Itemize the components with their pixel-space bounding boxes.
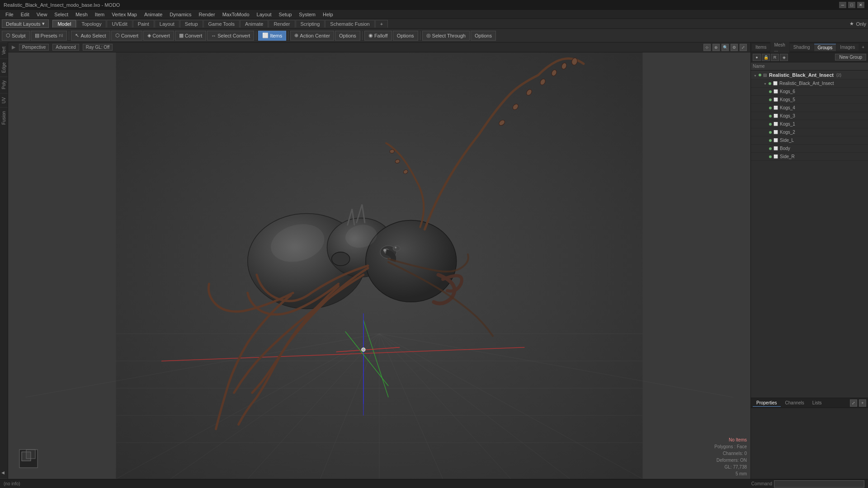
tab-setup[interactable]: Setup — [180, 20, 203, 28]
tab-model[interactable]: Model — [52, 20, 76, 28]
tab-mesh[interactable]: Mesh ... — [770, 42, 789, 53]
ray-gl-button[interactable]: Ray GL: Off — [83, 44, 113, 51]
tab-game-tools[interactable]: Game Tools — [203, 20, 240, 28]
kogs3-vis — [769, 115, 772, 117]
menu-animate[interactable]: Animate — [141, 11, 166, 18]
default-layouts-button[interactable]: Default Layouts ▾ — [2, 19, 49, 28]
options2-button[interactable]: Options — [393, 31, 418, 41]
viewport-icon-expand[interactable]: ⤢ — [740, 44, 747, 51]
left-tab-collapse[interactable]: ◀ — [0, 467, 8, 479]
scene-item-0[interactable]: ⬜ Realistic_Black_Ant_Insect — [751, 80, 868, 88]
scene-list[interactable]: ▤ Realistic_Black_Ant_Insect (2) ⬜ Reali… — [751, 70, 868, 398]
tab-items[interactable]: Items — [752, 44, 770, 51]
tab-lists[interactable]: Lists — [809, 399, 826, 406]
viewport-collapse-icon[interactable]: ▶ — [12, 44, 15, 50]
left-tab-uv[interactable]: UV — [0, 93, 8, 107]
tab-shading[interactable]: Shading — [790, 44, 814, 51]
options3-button[interactable]: Options — [471, 31, 496, 41]
menu-setup[interactable]: Setup — [275, 11, 296, 18]
viewport-icon-zoom[interactable]: ⊕ — [712, 44, 720, 51]
scene-item-kogs3[interactable]: ⬜ Kogs_3 — [751, 112, 868, 120]
scene-item-kogs4[interactable]: ⬜ Kogs_4 — [751, 104, 868, 112]
scene-item-kogs2[interactable]: ⬜ Kogs_2 — [751, 128, 868, 136]
add-panel-tab-button[interactable]: + — [859, 44, 867, 51]
menu-edit[interactable]: Edit — [17, 11, 33, 18]
menu-dynamics[interactable]: Dynamics — [166, 11, 195, 18]
menu-mesh[interactable]: Mesh — [72, 11, 91, 18]
viewport[interactable]: ▶ Perspective Advanced Ray GL: Off ⊹ ⊕ 🔍… — [8, 42, 750, 479]
tab-channels[interactable]: Channels — [782, 399, 808, 406]
properties-panel-icons: ⤢ + — [850, 399, 866, 407]
menu-help[interactable]: Help — [319, 11, 337, 18]
tab-layout[interactable]: Layout — [155, 20, 179, 28]
group-root-count: (2) — [836, 73, 841, 77]
convert3-icon: ▦ — [179, 33, 184, 38]
select-through-button[interactable]: ◎ Select Through — [422, 31, 470, 41]
scene-group-header[interactable]: ▤ Realistic_Black_Ant_Insect (2) — [751, 70, 868, 80]
menu-layout[interactable]: Layout — [253, 11, 275, 18]
tab-scripting[interactable]: Scripting — [296, 20, 325, 28]
convert2-button[interactable]: ◈ Convert — [143, 31, 174, 41]
menu-item[interactable]: Item — [91, 11, 108, 18]
group-eye-button[interactable]: ● — [753, 54, 761, 61]
close-button[interactable]: ✕ — [857, 2, 864, 8]
tab-groups[interactable]: Groups — [814, 44, 836, 51]
properties-icon-add[interactable]: + — [859, 399, 866, 407]
scene-item-kogs1[interactable]: ⬜ Kogs_1 — [751, 120, 868, 128]
convert1-button[interactable]: ⬡ Convert — [111, 31, 143, 41]
status-info: (no info) — [4, 481, 20, 486]
group-lock-button[interactable]: 🔒 — [762, 54, 770, 61]
viewport-icon-settings[interactable]: ⚙ — [731, 44, 738, 51]
left-tab-poly[interactable]: Poly — [0, 76, 8, 93]
maximize-button[interactable]: □ — [848, 2, 855, 8]
menu-render[interactable]: Render — [195, 11, 219, 18]
minimize-button[interactable]: ─ — [839, 2, 846, 8]
left-tab-edge[interactable]: Edge — [0, 58, 8, 76]
canvas-3d[interactable]: No Items Polygons : Face Channels: 0 Def… — [8, 52, 750, 479]
menu-select[interactable]: Select — [51, 11, 72, 18]
sculpt-button[interactable]: ⬡ Sculpt — [2, 31, 30, 41]
group-fold-button[interactable]: ◈ — [780, 54, 788, 61]
left-tab-vert[interactable]: Vert — [0, 42, 8, 58]
menu-maxtomodo[interactable]: MaxToModo — [219, 11, 253, 18]
menu-system[interactable]: System — [295, 11, 319, 18]
svg-point-23 — [362, 348, 365, 352]
command-input[interactable] — [774, 480, 864, 488]
action-center-button[interactable]: ⊕ Action Center — [290, 31, 334, 41]
properties-icon-expand[interactable]: ⤢ — [850, 399, 857, 407]
new-group-button[interactable]: New Group — [835, 54, 866, 61]
tab-paint[interactable]: Paint — [133, 20, 154, 28]
scene-item-side-l[interactable]: ⬜ Side_L — [751, 136, 868, 145]
scene-item-body[interactable]: ⬜ Body — [751, 145, 868, 153]
perspective-button[interactable]: Perspective — [19, 44, 49, 51]
menu-vertex-map[interactable]: Vertex Map — [108, 11, 141, 18]
tab-animate[interactable]: Animate — [240, 20, 268, 28]
menu-view[interactable]: View — [33, 11, 51, 18]
scene-item-kogs5[interactable]: ⬜ Kogs_5 — [751, 96, 868, 104]
select-convert-button[interactable]: ↔ Select Convert — [207, 31, 254, 41]
tab-add[interactable]: + — [375, 20, 388, 28]
menu-file[interactable]: File — [2, 11, 17, 18]
menu-bar: File Edit View Select Mesh Item Vertex M… — [0, 10, 868, 19]
tab-topology[interactable]: Topology — [76, 20, 106, 28]
auto-select-button[interactable]: ↖ Auto Select — [71, 31, 110, 41]
left-tab-fusion[interactable]: Fusion — [0, 107, 8, 128]
scene-item-side-r[interactable]: ⬜ Side_R — [751, 153, 868, 161]
group-render-button[interactable]: R — [771, 54, 779, 61]
viewport-icon-recenter[interactable]: ⊹ — [703, 44, 711, 51]
scene-item-kogs6[interactable]: ⬜ Kogs_6 — [751, 88, 868, 96]
presets-button[interactable]: ▤ Presets Fil — [31, 31, 67, 41]
tab-render[interactable]: Render — [269, 20, 295, 28]
falloff-button[interactable]: ◉ Falloff — [364, 31, 392, 41]
options1-button[interactable]: Options — [335, 31, 360, 41]
tab-properties[interactable]: Properties — [753, 399, 781, 407]
tab-schematic-fusion[interactable]: Schematic Fusion — [325, 20, 374, 28]
items-button[interactable]: ⬜ Items — [258, 31, 286, 41]
tab-uvedit[interactable]: UVEdit — [107, 20, 132, 28]
window-controls[interactable]: ─ □ ✕ — [839, 2, 864, 8]
viewport-icon-search[interactable]: 🔍 — [722, 44, 729, 51]
convert3-button[interactable]: ▦ Convert — [175, 31, 207, 41]
advanced-button[interactable]: Advanced — [52, 44, 79, 51]
tab-images[interactable]: Images — [836, 44, 859, 51]
only-button[interactable]: ★ Only — [849, 21, 866, 27]
